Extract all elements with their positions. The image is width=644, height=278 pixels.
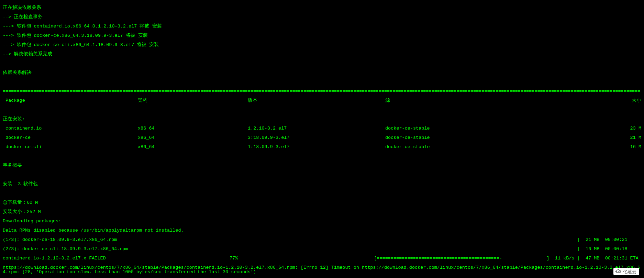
error-line: https://download.docker.com/linux/centos… xyxy=(3,265,641,275)
watermark-text: 亿速云 xyxy=(623,269,636,274)
separator-double: ========================================… xyxy=(3,108,641,112)
svg-point-1 xyxy=(618,271,619,272)
table-header: Package架构版本源大小 xyxy=(3,98,641,103)
downloading-label: Downloading packages: xyxy=(3,219,641,224)
terminal-output[interactable]: 正在解决依赖关系 --> 正在检查事务 ---> 软件包 containerd.… xyxy=(0,0,644,278)
download-row: (2/3): docker-ce-cli-18.09.9-3.el7.x86_6… xyxy=(3,247,641,252)
check-trans-line: --> 正在检查事务 xyxy=(3,15,641,20)
svg-point-2 xyxy=(620,271,620,272)
install-count: 安装 3 软件包 xyxy=(3,182,641,187)
separator-double: ========================================… xyxy=(3,173,641,177)
pkg-line-3: ---> 软件包 docker-ce-cli.x86_64.1.18.09.9-… xyxy=(3,43,641,47)
table-row: docker-cex86_643:18.09.9-3.el7docker-ce-… xyxy=(3,135,641,140)
cloud-icon xyxy=(615,269,622,274)
installing-label: 正在安装: xyxy=(3,117,641,122)
resolve-done-line: --> 解决依赖关系完成 xyxy=(3,52,641,57)
download-failed-row: containerd.io-1.2.10-3.2.el7.x FAILED77%… xyxy=(3,256,641,261)
dep-resolved-line: 依赖关系解决 xyxy=(3,70,641,75)
pkg-line-2: ---> 软件包 docker-ce.x86_64.3.18.09.9-3.el… xyxy=(3,33,641,38)
table-row: docker-ce-clix86_641:18.09.9-3.el7docker… xyxy=(3,145,641,149)
pkg-line-1: ---> 软件包 containerd.io.x86_64.0.1.2.10-3… xyxy=(3,24,641,29)
install-size: 安装大小：252 M xyxy=(3,210,641,214)
total-download: 总下载量：60 M xyxy=(3,200,641,205)
table-row: containerd.iox86_641.2.10-3.2.el7docker-… xyxy=(3,126,641,131)
separator-double: ========================================… xyxy=(3,89,641,94)
trans-summary-label: 事务概要 xyxy=(3,163,641,168)
download-row: (1/3): docker-ce-18.09.9-3.el7.x86_64.rp… xyxy=(3,237,641,242)
watermark-badge: 亿速云 xyxy=(613,268,639,275)
delta-rpm-line: Delta RPMs disabled because /usr/bin/app… xyxy=(3,228,641,233)
svg-point-0 xyxy=(616,271,617,272)
resolve-line: 正在解决依赖关系 xyxy=(3,5,641,10)
